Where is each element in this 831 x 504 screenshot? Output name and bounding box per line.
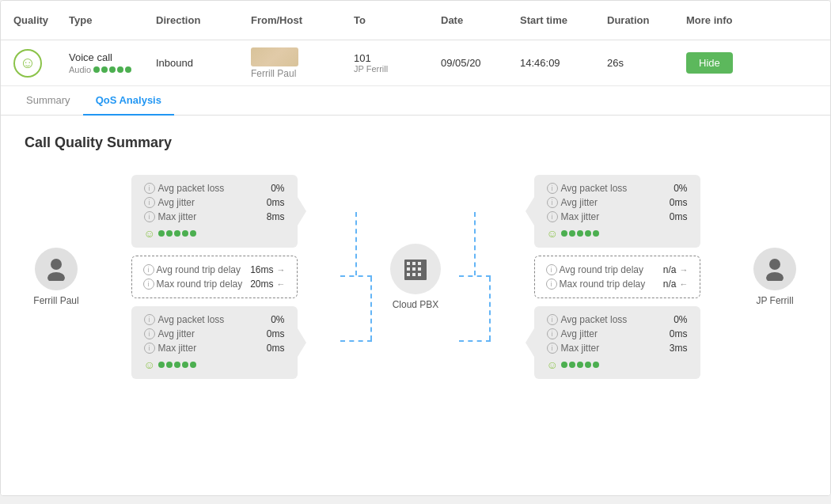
left-conn-mid-top: [340, 275, 372, 277]
right-person-node: JP Ferrill: [743, 248, 806, 306]
rl-quality-dots: [561, 362, 599, 368]
stat-label-aj-text: Avg jitter: [158, 197, 195, 208]
type-sub-label: Audio: [69, 65, 91, 74]
col-header-duration: Duration: [607, 14, 686, 26]
stat-value-apl: 0%: [257, 183, 285, 194]
info-icon-2: i: [144, 197, 155, 208]
ru-info-icon-3: i: [547, 211, 558, 222]
hex-right-arrow-2: [298, 328, 306, 357]
stat-value-aj: 0ms: [257, 197, 285, 208]
hex-left-arrow: [526, 197, 534, 225]
quality-cell: ☺: [13, 49, 69, 78]
main-container: Quality Type Direction From/Host To Date…: [0, 0, 831, 496]
svg-point-13: [766, 272, 784, 281]
quality-dots-left-upper: [158, 230, 196, 237]
svg-rect-11: [418, 273, 421, 276]
ll-qdot-4: [182, 362, 188, 368]
ru-stat-value-aj: 0ms: [660, 197, 688, 208]
rl-stat-value-mj: 3ms: [660, 343, 688, 354]
r-info-icon-rtd1: i: [546, 264, 557, 275]
tab-qos[interactable]: QoS Analysis: [83, 86, 174, 116]
ru-stat-row-apl: i Avg packet loss 0%: [547, 183, 688, 194]
right-person-svg: [763, 257, 787, 281]
r-rtd-row-avg: i Avg round trip delay n/a →: [546, 264, 689, 275]
ll-qdot-3: [174, 362, 180, 368]
ll-stat-value-apl: 0%: [257, 314, 285, 325]
ll-stat-label-aj: i Avg jitter: [144, 328, 257, 339]
hex-right-arrow: [298, 197, 306, 225]
stat-label-aj: i Avg jitter: [144, 197, 257, 208]
right-upper-smiley: ☺: [547, 227, 688, 240]
ll-stat-row-mj: i Max jitter 0ms: [144, 343, 285, 354]
svg-rect-10: [412, 273, 416, 276]
dot-3: [109, 66, 116, 73]
ru-stat-value-mj: 0ms: [660, 211, 688, 222]
dot-4: [117, 66, 123, 73]
rl-qdot-3: [577, 362, 583, 368]
ru-qdot-5: [593, 230, 599, 237]
ll-info-icon-3: i: [144, 343, 155, 354]
rl-stat-label-mj: i Max jitter: [547, 343, 660, 354]
rtd-arrow-left: ←: [277, 279, 286, 289]
ru-stat-row-mj: i Max jitter 0ms: [547, 211, 688, 222]
pbx-icon: [390, 244, 441, 294]
ll-qdot-2: [166, 362, 173, 368]
hide-button[interactable]: Hide: [686, 52, 733, 74]
left-conn-mid-bot: [340, 340, 372, 342]
table-row: ☺ Voice call Audio Inbound: [1, 40, 830, 86]
col-header-date: Date: [441, 14, 520, 26]
rtd-row-max: i Max round trip delay 20ms ←: [143, 279, 286, 290]
qdot-5: [190, 230, 196, 237]
r-rtd-row-max: i Max round trip delay n/a ←: [546, 279, 689, 290]
left-stats-column: i Avg packet loss 0% i Avg jitter 0ms: [96, 175, 332, 379]
rl-qdot-5: [593, 362, 599, 368]
stat-row-aj: i Avg jitter 0ms: [144, 197, 285, 208]
ru-stat-label-aj: i Avg jitter: [547, 197, 660, 208]
left-conn-top: [355, 212, 357, 275]
rl-stat-row-apl: i Avg packet loss 0%: [547, 314, 688, 325]
right-conn-bottom: [489, 277, 491, 340]
stat-label-apl: i Avg packet loss: [144, 183, 257, 194]
call-quality-diagram: Ferrill Paul i Avg packet loss 0%: [25, 175, 806, 379]
dot-5: [125, 66, 131, 73]
ll-stat-value-mj: 0ms: [257, 343, 285, 354]
ll-qdot-5: [190, 362, 196, 368]
svg-rect-5: [418, 262, 421, 265]
right-lower-stats: i Avg packet loss 0% i Avg jitter 0ms: [534, 306, 700, 379]
left-lower-stats: i Avg packet loss 0% i Avg jitter 0ms: [131, 306, 298, 379]
svg-rect-7: [412, 267, 416, 271]
quality-dots: [93, 66, 131, 73]
qdot-4: [182, 230, 188, 237]
ru-qdot-2: [569, 230, 575, 237]
r-rtd-avg-val: n/a: [663, 264, 677, 275]
svg-rect-4: [412, 262, 416, 265]
rl-stat-row-mj: i Max jitter 3ms: [547, 343, 688, 354]
col-header-type: Type: [69, 14, 156, 26]
to-cell: 101 JP Ferrill: [354, 52, 441, 74]
ru-qdot-1: [561, 230, 567, 237]
svg-rect-9: [407, 273, 410, 276]
pbx-building-svg: [401, 255, 430, 283]
r-rtd-avg-label: i Avg round trip delay: [546, 264, 663, 275]
right-lower-smiley: ☺: [547, 358, 688, 371]
r-rtd-max-label: i Max round trip delay: [546, 279, 663, 290]
right-stats-column: i Avg packet loss 0% i Avg jitter 0ms: [499, 175, 735, 379]
col-header-direction: Direction: [156, 14, 251, 26]
ru-qdot-4: [585, 230, 591, 237]
left-connector: [340, 212, 372, 342]
from-host-image: [251, 47, 298, 66]
tab-summary[interactable]: Summary: [13, 86, 83, 116]
r-rtd-arrow-right: →: [680, 265, 689, 275]
right-person-label: JP Ferrill: [756, 295, 793, 306]
person-svg: [44, 257, 68, 281]
stat-label-mj-text: Max jitter: [158, 211, 197, 222]
right-connector: [459, 212, 491, 342]
smiley-icon: ☺: [144, 227, 155, 240]
ru-smiley-icon: ☺: [547, 227, 558, 240]
ll-stat-row-apl: i Avg packet loss 0%: [144, 314, 285, 325]
tabs-row: Summary QoS Analysis: [1, 86, 830, 116]
rl-stat-row-aj: i Avg jitter 0ms: [547, 328, 688, 339]
r-rtd-arrow-left: ←: [680, 279, 689, 289]
info-icon-rtd2: i: [143, 279, 154, 290]
content-area: Call Quality Summary Ferrill Paul: [1, 116, 830, 495]
